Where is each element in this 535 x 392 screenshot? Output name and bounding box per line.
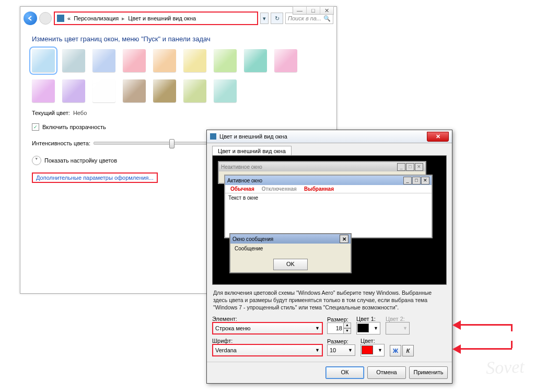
font-value: Verdana xyxy=(215,347,237,353)
font-size-combo[interactable]: 10 ▼ xyxy=(327,344,355,356)
italic-toggle[interactable]: К xyxy=(402,345,414,356)
font-size-value: 10 xyxy=(330,347,336,353)
color-swatch[interactable] xyxy=(92,49,115,72)
breadcrumb-window-color[interactable]: Цвет и внешний вид окна xyxy=(128,15,196,21)
annotation-arrow-1 xyxy=(452,325,515,335)
color-swatch[interactable] xyxy=(214,49,237,72)
element-row: Элемент: Строка меню ▼ Размер: ▲▼ Цвет 1… xyxy=(212,316,447,335)
color2-picker: ▼ xyxy=(386,322,410,335)
chevron-down-icon: ▼ xyxy=(315,348,320,353)
color-swatch[interactable] xyxy=(153,49,176,72)
nav-forward-button[interactable] xyxy=(39,12,52,25)
spin-down-icon[interactable]: ▼ xyxy=(343,328,351,334)
color-swatch[interactable] xyxy=(62,49,85,72)
message-box-title: Окно сообщения ✕ xyxy=(230,234,351,244)
color1-swatch xyxy=(357,324,369,332)
message-ok-button: OK xyxy=(273,259,308,270)
element-label: Элемент: xyxy=(212,316,322,322)
color-swatch[interactable] xyxy=(32,79,55,102)
preview-area: Неактивное окно _ □ ✕ Активное окно _ □ … xyxy=(212,155,447,285)
max-icon: □ xyxy=(412,177,421,185)
dialog-apply-button[interactable]: Применить xyxy=(409,366,448,379)
transparency-label: Включить прозрачность xyxy=(42,124,106,130)
transparency-checkbox[interactable]: ✓ xyxy=(32,123,39,131)
color-swatch[interactable] xyxy=(123,79,146,102)
spin-up-icon[interactable]: ▲ xyxy=(343,322,351,328)
color-swatch[interactable] xyxy=(62,79,85,102)
refresh-button[interactable]: ↻ xyxy=(271,13,283,24)
element-value: Строка меню xyxy=(215,325,250,331)
color-swatch[interactable] xyxy=(92,79,115,102)
show-mixer-label: Показать настройку цветов xyxy=(44,157,117,164)
color2-label: Цвет 2: xyxy=(386,316,410,322)
font-size-label: Размер: xyxy=(327,338,355,344)
arrow-left-icon xyxy=(27,15,33,21)
chevron-down-icon: ˅ xyxy=(32,156,41,165)
annotation-arrow-2 xyxy=(452,349,515,359)
color-swatch[interactable] xyxy=(183,49,206,72)
current-color-row: Текущий цвет: Небо xyxy=(32,110,325,116)
inactive-window-title: Неактивное окно _ □ ✕ xyxy=(219,162,425,171)
minimize-button[interactable]: — xyxy=(293,7,306,14)
color1-picker[interactable]: ▼ xyxy=(356,322,380,335)
color-swatch-grid xyxy=(32,49,298,102)
preview-text: Текст в окне xyxy=(225,193,432,202)
breadcrumb-sep: ▸ xyxy=(122,15,125,22)
preview-message-box: Окно сообщения ✕ Сообщение OK xyxy=(229,233,352,273)
message-box-title-text: Окно сообщения xyxy=(232,236,273,242)
font-color-label: Цвет: xyxy=(360,338,385,344)
dialog-footer: ОК Отмена Применить xyxy=(207,362,452,383)
dialog-cancel-button[interactable]: Отмена xyxy=(367,366,406,379)
dialog-close-button[interactable]: ✕ xyxy=(427,132,449,142)
color-swatch[interactable] xyxy=(153,79,176,102)
active-window-title: Активное окно _ □ ✕ xyxy=(225,176,432,185)
advanced-appearance-link[interactable]: Дополнительные параметры оформления... xyxy=(36,175,154,181)
bold-toggle[interactable]: Ж xyxy=(390,345,401,356)
nav-row: « Персонализация ▸ Цвет и внешний вид ок… xyxy=(20,7,336,28)
control-panel-icon xyxy=(57,15,64,22)
dialog-title: Цвет и внешний вид окна xyxy=(219,133,287,140)
color-swatch[interactable] xyxy=(214,79,237,102)
color-swatch[interactable] xyxy=(32,49,55,72)
current-color-value: Небо xyxy=(73,110,87,116)
appearance-dialog: Цвет и внешний вид окна ✕ Цвет и внешний… xyxy=(206,130,452,384)
color-swatch[interactable] xyxy=(123,49,146,72)
menu-disabled: Отключенная xyxy=(262,186,297,192)
dialog-body: Цвет и внешний вид окна Неактивное окно … xyxy=(207,143,452,362)
min-icon: _ xyxy=(397,163,405,171)
search-icon: 🔍 xyxy=(323,15,331,22)
menu-normal: Обычная xyxy=(230,186,254,192)
font-color-picker[interactable]: ▼ xyxy=(360,344,385,356)
size-spinner[interactable]: ▲▼ xyxy=(327,322,351,334)
message-box-body: Сообщение xyxy=(230,244,351,256)
current-color-label: Текущий цвет: xyxy=(32,110,70,116)
close-icon: ✕ xyxy=(421,177,429,185)
breadcrumb-chevron: « xyxy=(67,15,71,21)
max-icon: □ xyxy=(406,163,414,171)
dialog-ok-button[interactable]: ОК xyxy=(325,366,364,379)
color-swatch[interactable] xyxy=(274,49,297,72)
dialog-tab[interactable]: Цвет и внешний вид окна xyxy=(212,146,292,156)
nav-back-button[interactable] xyxy=(24,11,37,25)
size-input[interactable] xyxy=(328,325,343,331)
font-label: Шрифт: xyxy=(212,338,322,344)
chevron-down-icon: ▼ xyxy=(378,348,383,353)
breadcrumb-personalization[interactable]: Персонализация xyxy=(74,15,119,21)
color-swatch[interactable] xyxy=(244,49,267,72)
maximize-button[interactable]: □ xyxy=(306,7,320,14)
dialog-titlebar[interactable]: Цвет и внешний вид окна ✕ xyxy=(207,130,452,143)
close-icon: ✕ xyxy=(340,235,348,243)
min-icon: _ xyxy=(403,177,412,185)
chevron-down-icon: ▼ xyxy=(348,348,353,353)
page-title: Изменить цвет границ окон, меню "Пуск" и… xyxy=(32,35,325,43)
preview-active-window: Активное окно _ □ ✕ Обычная Отключенная … xyxy=(224,175,433,238)
menu-selected: Выбранная xyxy=(304,186,334,192)
close-button[interactable]: ✕ xyxy=(320,7,333,14)
color-swatch[interactable] xyxy=(183,79,206,102)
address-dropdown[interactable]: ▾ xyxy=(260,13,269,24)
element-combo[interactable]: Строка меню ▼ xyxy=(212,322,323,335)
slider-thumb[interactable] xyxy=(169,139,175,148)
breadcrumb[interactable]: « Персонализация ▸ Цвет и внешний вид ок… xyxy=(54,11,258,25)
chevron-down-icon: ▼ xyxy=(403,326,409,331)
font-combo[interactable]: Verdana ▼ xyxy=(212,344,323,356)
